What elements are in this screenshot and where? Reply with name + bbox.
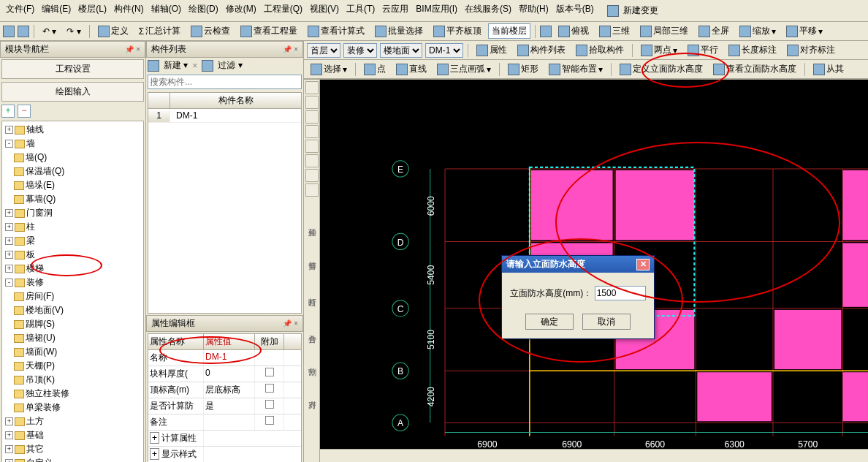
- filter-button[interactable]: 过滤 ▾: [218, 59, 242, 72]
- align-top-button[interactable]: 平齐板顶: [430, 23, 485, 39]
- new-component-button[interactable]: 新建 ▾: [164, 59, 188, 72]
- menu-online[interactable]: 在线服务(S): [462, 1, 514, 20]
- show-list-button[interactable]: 构件列表: [514, 42, 569, 58]
- tree-item[interactable]: +自定义: [4, 456, 142, 462]
- undo-button[interactable]: ↶ ▾: [39, 25, 60, 38]
- tree-item[interactable]: +门窗洞: [4, 206, 142, 220]
- menu-help[interactable]: 帮助(H): [516, 1, 552, 20]
- point-button[interactable]: 点: [360, 61, 389, 77]
- tree-item[interactable]: 吊顶(K): [4, 373, 142, 387]
- cancel-button[interactable]: 取消: [582, 314, 631, 330]
- cloud-check-button[interactable]: 云检查: [187, 23, 234, 39]
- tree-item[interactable]: 墙(Q): [4, 151, 142, 164]
- menu-tools[interactable]: 工具(T): [343, 1, 378, 20]
- tree-item[interactable]: 墙垛(E): [4, 178, 142, 192]
- view-qty-button[interactable]: 查看工程量: [237, 23, 301, 39]
- pick-component-button[interactable]: 拾取构件: [572, 42, 628, 58]
- filter-icon[interactable]: [202, 60, 213, 72]
- menu-edit[interactable]: 编辑(E): [39, 1, 74, 20]
- display-style-expand[interactable]: 显示样式: [161, 449, 197, 459]
- waterproof-height-input[interactable]: [595, 286, 646, 300]
- draw-input-button[interactable]: 绘图输入: [1, 82, 144, 102]
- tree-item[interactable]: +轴线: [4, 123, 142, 137]
- si-offset-icon[interactable]: [305, 140, 319, 153]
- dialog-close-button[interactable]: ✕: [636, 259, 650, 270]
- doc-icon[interactable]: [148, 60, 159, 72]
- view-calc-button[interactable]: 查看计算式: [304, 23, 368, 39]
- cube-icon[interactable]: [540, 26, 552, 37]
- show-property-button[interactable]: 属性: [473, 42, 511, 58]
- pin-icon[interactable]: 📌 ×: [283, 45, 298, 53]
- new-change-button[interactable]: 新建变更: [604, 1, 664, 20]
- tree-item[interactable]: +板: [4, 248, 142, 262]
- align-dim-button[interactable]: 对齐标注: [783, 42, 839, 58]
- zoom-button[interactable]: 缩放 ▾: [736, 23, 780, 39]
- drawing-canvas[interactable]: 延伸 修剪 打断 合并 分割 对齐 编辑轴网: [304, 80, 868, 462]
- local-3d-button[interactable]: 局部三维: [636, 23, 692, 39]
- tree-item[interactable]: +其它: [4, 442, 142, 456]
- si-mirror-icon[interactable]: [305, 110, 319, 124]
- property-grid[interactable]: 属性名称属性值附加 名称DM-1块料厚度(0顶标高(m)层底标高是否计算防是备注…: [148, 333, 302, 462]
- floor-select[interactable]: 首层: [307, 43, 340, 58]
- tree-item[interactable]: +柱: [4, 220, 142, 234]
- top-view-button[interactable]: 俯视: [555, 23, 593, 39]
- menu-view[interactable]: 视图(V): [307, 1, 342, 20]
- row-name[interactable]: DM-1: [170, 109, 301, 122]
- type-select[interactable]: 楼地面: [380, 43, 422, 58]
- line-button[interactable]: 直线: [392, 61, 430, 77]
- pin-icon[interactable]: 📌 ×: [283, 319, 298, 327]
- tree-item[interactable]: 墙面(W): [4, 345, 142, 359]
- tree-item[interactable]: +土方: [4, 414, 142, 428]
- menu-component[interactable]: 构件(N): [111, 1, 147, 20]
- si-copy-icon[interactable]: [305, 96, 319, 109]
- menu-bim[interactable]: BIM应用(I): [413, 1, 460, 20]
- menu-cloud[interactable]: 云应用: [379, 1, 411, 20]
- open-icon[interactable]: [3, 26, 15, 37]
- project-settings-button[interactable]: 工程设置: [1, 59, 144, 79]
- fullscreen-button[interactable]: 全屏: [695, 23, 733, 39]
- select-button[interactable]: 选择 ▾: [307, 61, 351, 77]
- define-waterproof-button[interactable]: 定义立面防水高度: [616, 61, 707, 77]
- menu-modify[interactable]: 修改(M): [223, 1, 259, 20]
- component-select[interactable]: DM-1: [425, 43, 463, 58]
- calc-props-expand[interactable]: 计算属性: [161, 433, 197, 443]
- tree-item[interactable]: 踢脚(S): [4, 317, 142, 331]
- search-input[interactable]: [148, 75, 302, 89]
- length-dim-button[interactable]: 长度标注: [725, 42, 780, 58]
- define-button[interactable]: 定义: [94, 23, 132, 39]
- 3d-button[interactable]: 三维: [595, 23, 633, 39]
- arc-button[interactable]: 三点画弧 ▾: [433, 61, 495, 77]
- menu-floor[interactable]: 楼层(L): [75, 1, 110, 20]
- tree-item[interactable]: 天棚(P): [4, 359, 142, 373]
- tree-item[interactable]: +基础: [4, 428, 142, 442]
- tree-item[interactable]: 房间(F): [4, 289, 142, 303]
- expand-all-button[interactable]: +: [1, 105, 15, 118]
- tree-item[interactable]: 墙裙(U): [4, 331, 142, 345]
- save-icon[interactable]: [18, 26, 29, 37]
- si-extend-icon[interactable]: [305, 154, 319, 167]
- tree-item[interactable]: 独立柱装修: [4, 387, 142, 401]
- tree-item[interactable]: -墙: [4, 137, 142, 151]
- pin-icon[interactable]: 📌 ×: [125, 45, 140, 53]
- tree-item[interactable]: 单梁装修: [4, 401, 142, 414]
- tree-item[interactable]: -装修: [4, 276, 142, 289]
- si-other-icon[interactable]: [305, 183, 319, 197]
- menu-qty[interactable]: 工程量(Q): [261, 1, 305, 20]
- tree-item[interactable]: 楼地面(V): [4, 303, 142, 317]
- view-waterproof-button[interactable]: 查看立面防水高度: [709, 61, 800, 77]
- si-rotate-icon[interactable]: [305, 125, 319, 138]
- component-grid[interactable]: 构件名称 1DM-1: [148, 92, 302, 314]
- from-other-button[interactable]: 从其: [810, 61, 848, 77]
- rect-button[interactable]: 矩形: [504, 61, 542, 77]
- tree-item[interactable]: 保温墙(Q): [4, 164, 142, 178]
- menu-version[interactable]: 版本号(B): [553, 1, 597, 20]
- category-tree[interactable]: +轴线-墙墙(Q)保温墙(Q)墙垛(E)幕墙(Q)+门窗洞+柱+梁+板+楼梯-装…: [1, 121, 144, 462]
- menu-file[interactable]: 文件(F): [3, 1, 37, 20]
- menu-draw[interactable]: 绘图(D): [186, 1, 221, 20]
- redo-button[interactable]: ↷ ▾: [63, 25, 84, 38]
- pan-button[interactable]: 平移 ▾: [783, 23, 826, 39]
- tree-item[interactable]: 幕墙(Q): [4, 192, 142, 206]
- tree-item[interactable]: +梁: [4, 234, 142, 248]
- category-select[interactable]: 装修: [343, 43, 377, 58]
- menu-aux[interactable]: 辅轴(O): [148, 1, 184, 20]
